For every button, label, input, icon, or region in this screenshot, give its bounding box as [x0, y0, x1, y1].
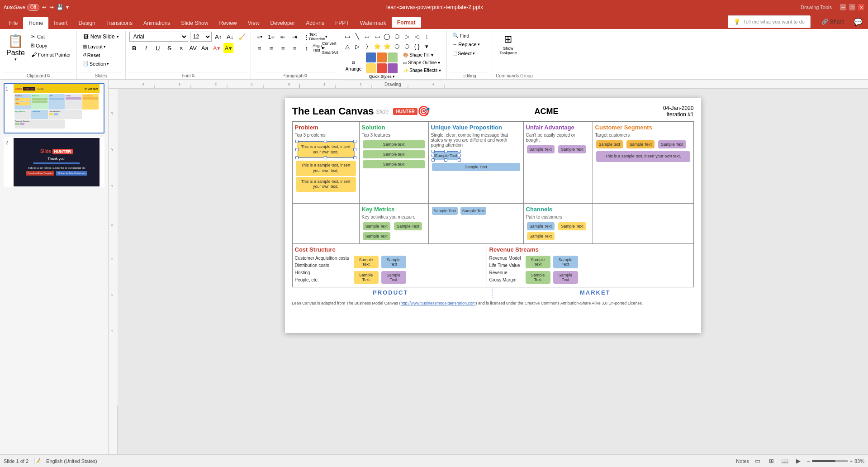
- tab-review[interactable]: Review: [213, 17, 242, 29]
- slide-thumb-1[interactable]: 1 Slide HUNTER ACME 04-Jan-2020 Problems…: [4, 83, 104, 133]
- solution-item-1[interactable]: Sample text: [363, 140, 425, 148]
- revenue-item-4[interactable]: SampleText: [553, 271, 578, 284]
- uvp-item-2[interactable]: Sample Text: [432, 163, 520, 171]
- autosave-badge[interactable]: Off: [27, 4, 39, 11]
- keymetrics-item-2[interactable]: Sample Text: [394, 222, 422, 230]
- highlight-button[interactable]: A▾: [223, 43, 233, 53]
- uvp-handle-ml[interactable]: [432, 154, 435, 157]
- zoom-in-button[interactable]: +: [850, 458, 853, 464]
- convert-smartart-button[interactable]: Convert to SmartArt: [325, 43, 335, 53]
- tab-slideshow[interactable]: Slide Show: [175, 17, 213, 29]
- cost-item-1[interactable]: SampleText: [354, 256, 379, 268]
- quick-styles-button[interactable]: Quick Styles ▾: [365, 52, 398, 80]
- uvp-bottom-item-2[interactable]: Sample Text: [460, 207, 486, 215]
- tab-home[interactable]: Home: [23, 17, 48, 29]
- para-expand-icon[interactable]: ⧉: [304, 73, 307, 78]
- handle-bl[interactable]: [295, 156, 299, 159]
- copy-button[interactable]: ⎘ Copy: [29, 42, 73, 50]
- lc-keymetrics-cell[interactable]: Key Metrics Key activities you measure S…: [360, 204, 429, 243]
- zoom-level[interactable]: 83%: [854, 458, 864, 464]
- problem-sticky-1[interactable]: This is a sample text, insert your own t…: [297, 141, 355, 158]
- shape-fill-button[interactable]: 🎨 Shape Fill ▾: [401, 52, 443, 58]
- undo-icon[interactable]: ↩: [42, 4, 47, 10]
- decrease-indent-button[interactable]: ⇤: [278, 32, 288, 42]
- tab-transitions[interactable]: Transitions: [101, 17, 138, 29]
- character-spacing-button[interactable]: AV: [188, 43, 198, 53]
- channels-item-2[interactable]: Sample Text: [558, 222, 586, 230]
- align-right-button[interactable]: ≡: [278, 43, 288, 53]
- shape-btn-3[interactable]: ▱: [363, 32, 372, 41]
- handle-tr[interactable]: [353, 140, 356, 143]
- shadow-button[interactable]: s: [176, 43, 186, 53]
- lc-revenue-cell[interactable]: Revenue Streams Revenue Model Life Time …: [487, 244, 693, 287]
- uvp-handle-tr[interactable]: [458, 150, 461, 153]
- share-button[interactable]: 🔗 Share: [816, 17, 850, 27]
- uvp-handle-mr[interactable]: [458, 154, 461, 157]
- tab-file[interactable]: File: [4, 17, 23, 29]
- replace-button[interactable]: ↔ Replace ▾: [451, 41, 481, 48]
- uvp-handle-br[interactable]: [458, 158, 461, 162]
- shape-btn-1[interactable]: ▭: [343, 32, 352, 41]
- increase-indent-button[interactable]: ⇥: [290, 32, 300, 42]
- show-taskpane-button[interactable]: ⊞ ShowTaskpane: [496, 32, 521, 57]
- revenue-item-3[interactable]: SampleText: [526, 271, 550, 284]
- tab-addins[interactable]: Add-ins: [300, 17, 330, 29]
- shape-btn-14[interactable]: ⭐: [373, 42, 382, 51]
- minimize-button[interactable]: ─: [840, 4, 846, 10]
- slide-canvas[interactable]: The Lean Canvas Slide HUNTER 🎯 ACME 04-J…: [285, 98, 701, 333]
- tab-animations[interactable]: Animations: [138, 17, 175, 29]
- new-slide-dropdown[interactable]: ▾: [117, 34, 119, 39]
- shape-btn-12[interactable]: ▷: [353, 42, 362, 51]
- revenue-item-2[interactable]: SampleText: [553, 256, 578, 268]
- cost-item-2[interactable]: SampleText: [381, 256, 406, 268]
- comments-icon[interactable]: 💬: [854, 18, 863, 26]
- numbering-button[interactable]: 1≡: [266, 32, 276, 42]
- align-center-button[interactable]: ≡: [266, 43, 276, 53]
- customer-item-1[interactable]: Sample text: [596, 140, 623, 148]
- lc-uvp-cont[interactable]: Sample Text Sample Text: [429, 204, 524, 243]
- tab-insert[interactable]: Insert: [48, 17, 73, 29]
- lc-cost-cell[interactable]: Cost Structure Customer Acquisition cost…: [293, 244, 487, 287]
- slide-sorter-button[interactable]: ⊞: [766, 456, 776, 466]
- reading-view-button[interactable]: 📖: [780, 456, 790, 466]
- clear-format-button[interactable]: 🧹: [237, 32, 247, 42]
- select-button[interactable]: ⬚ Select ▾: [451, 49, 481, 57]
- lc-channels-cell[interactable]: Channels Path to customers Sample Text S…: [524, 204, 593, 243]
- normal-view-button[interactable]: ▭: [753, 456, 763, 466]
- shape-btn-2[interactable]: ╲: [353, 32, 362, 41]
- bold-button[interactable]: B: [129, 43, 139, 53]
- handle-bm[interactable]: [324, 156, 327, 159]
- paste-dropdown[interactable]: ▾: [14, 57, 17, 62]
- shape-arrow-down[interactable]: ↕: [422, 32, 432, 41]
- uvp-bottom-item-1[interactable]: Sample Text: [432, 207, 458, 215]
- unfair-item-2[interactable]: Sample Text: [558, 145, 586, 153]
- slide-thumb-2[interactable]: 2 Slide HUNTER Thank you! Follow us on t…: [4, 137, 104, 187]
- line-spacing-button[interactable]: ↕: [302, 43, 312, 53]
- paste-button[interactable]: 📋 Paste ▾: [4, 32, 28, 62]
- tab-fppt[interactable]: FPPT: [330, 17, 355, 29]
- new-slide-button[interactable]: 🖼 New Slide ▾: [81, 32, 122, 42]
- font-color-button[interactable]: A▾: [212, 43, 222, 53]
- underline-button[interactable]: U: [153, 43, 163, 53]
- maximize-button[interactable]: □: [849, 4, 855, 10]
- solution-item-3[interactable]: Sample text: [363, 160, 425, 168]
- customer-large-sticky[interactable]: This is a sample text, insert your own t…: [596, 151, 690, 162]
- keymetrics-item-3[interactable]: Sample Text: [363, 232, 390, 240]
- lc-customer-cell[interactable]: Customer Segments Target customers Sampl…: [593, 122, 693, 203]
- shape-btn-8[interactable]: ◁: [413, 32, 422, 41]
- solution-item-2[interactable]: Sample text: [363, 150, 425, 158]
- cut-button[interactable]: ✂ Cut: [29, 33, 73, 41]
- cost-item-4[interactable]: SampleText: [381, 271, 406, 284]
- font-size-select[interactable]: 12: [190, 32, 212, 42]
- arrange-button[interactable]: ⧉ Arrange: [343, 52, 365, 80]
- change-case-button[interactable]: Aa: [200, 43, 210, 53]
- shape-btn-17[interactable]: ⬡: [403, 42, 412, 51]
- handle-ml[interactable]: [295, 148, 299, 151]
- shape-btn-11[interactable]: △: [343, 42, 352, 51]
- section-button[interactable]: 📑 Section ▾: [81, 60, 122, 67]
- selected-sticky-container[interactable]: This is a sample text, insert your own t…: [296, 140, 356, 159]
- shape-btn-18[interactable]: { }: [413, 42, 422, 51]
- shape-btn-15[interactable]: ⭐: [383, 42, 392, 51]
- tab-watermark[interactable]: Watermark: [355, 17, 392, 29]
- lc-solution-cell[interactable]: Solution Top 3 features Sample text Samp…: [360, 122, 429, 203]
